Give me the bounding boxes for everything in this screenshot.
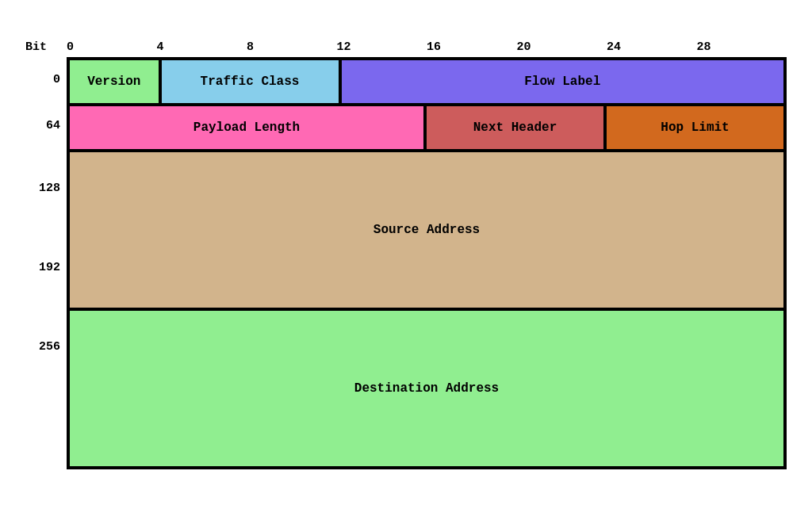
payload-length-cell: Payload Length [68, 105, 425, 151]
source-address-label: Source Address [373, 223, 480, 237]
bit-label-title: Bit [25, 40, 47, 54]
diagram-container: Bit 0 4 8 12 16 20 24 28 0 64 128 192 25… [25, 40, 787, 469]
row-1: Version Traffic Class Flow Label [68, 59, 785, 105]
next-header-cell: Next Header [425, 105, 605, 151]
source-address-cell: Source Address [68, 151, 785, 309]
bit-numbers: 0 4 8 12 16 20 24 28 [67, 40, 787, 54]
row-label-256: 256 [25, 308, 67, 387]
bit-28: 28 [697, 40, 787, 54]
traffic-class-label: Traffic Class [201, 75, 300, 89]
payload-length-label: Payload Length [193, 121, 300, 135]
version-cell: Version [68, 59, 160, 105]
bit-0: 0 [67, 40, 157, 54]
row-labels: 0 64 128 192 256 [25, 57, 67, 469]
next-header-label: Next Header [473, 121, 557, 135]
flow-label-cell: Flow Label [340, 59, 786, 105]
bit-4: 4 [157, 40, 247, 54]
hop-limit-label: Hop Limit [661, 121, 729, 135]
version-label: Version [87, 75, 140, 89]
traffic-class-cell: Traffic Class [160, 59, 340, 105]
row-label-64: 64 [25, 103, 67, 149]
bit-8: 8 [247, 40, 337, 54]
bit-16: 16 [427, 40, 517, 54]
grid-area: Version Traffic Class Flow Label Payload… [67, 57, 787, 469]
row-3: Source Address [68, 151, 785, 309]
row-label-0: 0 [25, 57, 67, 103]
bit-12: 12 [337, 40, 427, 54]
row-label-128: 128 [25, 149, 67, 228]
bit-header: Bit 0 4 8 12 16 20 24 28 [25, 40, 787, 54]
flow-label-label: Flow Label [524, 75, 600, 89]
bit-20: 20 [517, 40, 607, 54]
hop-limit-cell: Hop Limit [605, 105, 785, 151]
row-2: Payload Length Next Header Hop Limit [68, 105, 785, 151]
destination-address-label: Destination Address [354, 381, 499, 396]
grid-wrapper: 0 64 128 192 256 Version Traffic Class F… [25, 57, 787, 469]
row-label-192: 192 [25, 228, 67, 308]
bit-24: 24 [607, 40, 697, 54]
row-4: Destination Address [68, 309, 785, 468]
destination-address-cell: Destination Address [68, 309, 785, 468]
